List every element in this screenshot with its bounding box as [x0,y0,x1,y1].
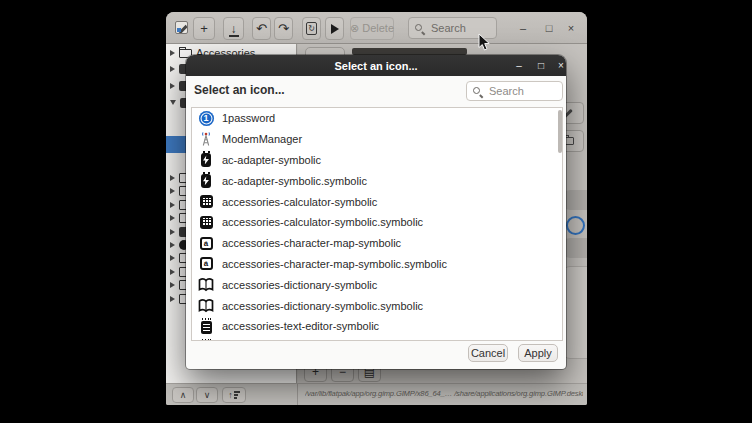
expander-icon[interactable] [170,100,176,105]
icon-item-label: 1password [222,112,275,124]
screen: + ↓ ↶ ↷ ↻ ⊗ Delete – □ × Accessories [0,0,752,423]
icon-list-item[interactable]: áaccessories-character-map-symbolic.symb… [192,254,562,275]
test-launcher-button[interactable] [325,17,344,40]
delete-label: Delete [362,23,394,34]
delete-icon: ⊗ [350,23,359,34]
focused-toggle-icon[interactable] [566,216,585,235]
charmap-icon: á [198,235,214,251]
icon-item-label: accessories-dictionary-symbolic [222,279,377,291]
search-icon [472,86,483,97]
icon-item-label: accessories-character-map-symbolic [222,237,401,249]
undo-button[interactable]: ↶ [252,17,271,40]
dialog-search-field[interactable] [466,81,563,101]
icon-list-item[interactable]: accessories-calculator-symbolic.symbolic [192,212,562,233]
move-up-button[interactable]: ∧ [172,387,194,403]
dialog-search-input[interactable] [487,84,555,98]
expander-icon[interactable] [170,296,175,302]
dialog-title: Select an icon... [334,60,417,72]
icon-list-item[interactable]: ac-adapter-symbolic.symbolic [192,170,562,191]
list-scrollbar[interactable] [558,110,562,153]
icon-list-item[interactable]: accessories-dictionary-symbolic.symbolic [192,295,562,316]
charmap-icon: á [198,256,214,272]
dialog-titlebar[interactable]: Select an icon... – □ × [186,55,566,76]
icon-item-label: accessories-text-editor-symbolic [222,320,379,332]
icon-list-item[interactable]: 11password [192,108,562,129]
onepassword-icon: 1 [198,110,214,126]
modemmanager-icon [198,131,214,147]
revert-icon: ↻ [306,22,317,35]
texteditor-icon [198,339,214,341]
icon-list[interactable]: 11passwordModemManagerac-adapter-symboli… [191,107,563,341]
undo-icon: ↶ [256,22,267,35]
icon-item-label: accessories-character-map-symbolic.symbo… [222,258,447,270]
icon-item-label: accessories-calculator-symbolic [222,196,377,208]
delete-button[interactable]: ⊗ Delete [350,17,394,40]
icon-item-label: ac-adapter-symbolic [222,154,321,166]
expander-icon[interactable] [170,50,175,56]
cancel-button[interactable]: Cancel [468,344,508,362]
expander-icon[interactable] [170,215,175,221]
calculator-icon [198,214,214,230]
expander-icon[interactable] [170,242,175,248]
play-icon [331,24,339,34]
maximize-button[interactable]: □ [540,20,558,36]
move-down-button[interactable]: ∨ [196,387,218,403]
close-button[interactable]: × [562,20,580,36]
icon-item-label: ModemManager [222,133,302,145]
icon-list-item[interactable]: ac-adapter-symbolic [192,150,562,171]
mouse-cursor [478,33,491,52]
main-toolbar: + ↓ ↶ ↷ ↻ ⊗ Delete – □ × [166,12,587,44]
app-icon [175,21,188,34]
add-launcher-button[interactable]: + [193,17,215,40]
dialog-maximize-button[interactable]: □ [533,58,549,73]
icon-list-item[interactable]: áaccessories-character-map-symbolic [192,233,562,254]
expander-icon[interactable] [170,229,175,235]
chevron-down-icon: ∨ [204,390,211,400]
apply-button[interactable]: Apply [518,344,558,362]
redo-button[interactable]: ↷ [274,17,293,40]
icon-list-item[interactable]: accessories-text-editor-symbolic [192,316,562,337]
launcher-name-clipped [352,48,467,55]
calculator-icon [198,194,214,210]
sort-button[interactable]: ↑ [222,387,246,403]
dialog-minimize-button[interactable]: – [511,58,527,73]
expander-icon[interactable] [170,66,175,72]
dialog-header-label: Select an icon... [194,83,285,97]
plus-icon: + [200,22,208,35]
bottom-toolbar: ∧ ∨ ↑ /var/lib/flatpak/app/org.gimp.GIMP… [166,383,587,405]
battery-icon [198,173,214,189]
book-icon [198,277,214,293]
icon-list-item[interactable]: accessories-dictionary-symbolic [192,274,562,295]
sort-icon: ↑ [228,390,240,400]
icon-list-item[interactable]: accessories-calculator-symbolic [192,191,562,212]
battery-icon [198,152,214,168]
chevron-up-icon: ∧ [180,390,187,400]
icon-list-item[interactable]: ModemManager [192,129,562,150]
select-icon-dialog: Select an icon... – □ × Select an icon..… [186,55,566,369]
expander-icon[interactable] [170,175,175,181]
revert-button[interactable]: ↻ [302,17,321,40]
expander-icon[interactable] [170,83,175,89]
redo-icon: ↷ [278,22,289,35]
expander-icon[interactable] [170,282,175,288]
icon-item-label: ac-adapter-symbolic.symbolic [222,175,367,187]
expander-icon[interactable] [170,202,175,208]
search-icon [414,23,425,34]
expander-icon[interactable] [170,269,175,275]
dialog-close-button[interactable]: × [553,58,566,73]
expander-icon[interactable] [170,255,175,261]
book-icon [198,298,214,314]
icon-item-label: accessories-dictionary-symbolic.symbolic [222,300,423,312]
icon-item-label: accessories-calculator-symbolic.symbolic [222,216,423,228]
icon-list-item[interactable]: accessories-text-editor-symbolic.symboli… [192,337,562,341]
minimize-button[interactable]: – [514,20,532,36]
expander-icon[interactable] [170,188,175,194]
save-icon: ↓ [231,23,237,35]
statusbar-path: /var/lib/flatpak/app/org.gimp.GIMP/x86_6… [305,389,583,398]
texteditor-icon [198,318,214,334]
save-button[interactable]: ↓ [223,17,244,40]
